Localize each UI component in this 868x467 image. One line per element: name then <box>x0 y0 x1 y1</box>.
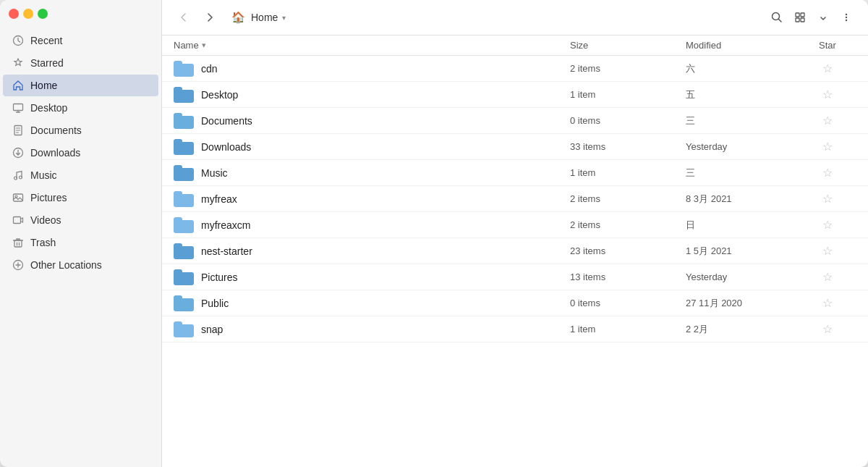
sidebar-item-trash-label: Trash <box>30 237 56 248</box>
file-star-cell: ☆ <box>799 269 856 285</box>
sidebar-item-recent[interactable]: Recent <box>3 30 158 51</box>
table-row[interactable]: Downloads 33 items Yesterday ☆ <box>162 134 868 160</box>
file-name-cell: Music <box>174 165 567 181</box>
header-modified[interactable]: Modified <box>683 40 799 51</box>
folder-icon <box>174 61 194 77</box>
table-row[interactable]: Documents 0 items 三 ☆ <box>162 108 868 134</box>
sidebar-item-videos-label: Videos <box>30 214 61 226</box>
star-button[interactable]: ☆ <box>821 138 834 155</box>
videos-icon <box>12 214 25 227</box>
downloads-icon <box>12 146 25 159</box>
plus-icon <box>12 258 25 272</box>
table-row[interactable]: snap 1 item 2 2月 ☆ <box>162 316 868 342</box>
forward-button[interactable] <box>200 7 220 28</box>
file-star-cell: ☆ <box>799 190 856 207</box>
file-size: 2 items <box>567 63 683 74</box>
star-button[interactable]: ☆ <box>821 60 834 77</box>
file-name-label: Documents <box>201 115 252 127</box>
file-star-cell: ☆ <box>799 295 856 311</box>
file-list: cdn 2 items 六 ☆ Desktop 1 item 五 ☆ Docum… <box>162 56 868 467</box>
svg-point-18 <box>846 20 847 21</box>
table-row[interactable]: myfreaxcm 2 items 日 ☆ <box>162 212 868 238</box>
file-star-cell: ☆ <box>799 138 856 155</box>
star-button[interactable]: ☆ <box>821 164 834 181</box>
star-button[interactable]: ☆ <box>821 112 834 129</box>
file-name-label: Public <box>201 298 229 309</box>
file-name-cell: myfreax <box>174 191 567 207</box>
sidebar-item-other-locations[interactable]: Other Locations <box>3 254 158 276</box>
star-button[interactable]: ☆ <box>821 295 834 311</box>
sidebar-item-starred[interactable]: Starred <box>3 52 158 74</box>
table-row[interactable]: myfreax 2 items 8 3月 2021 ☆ <box>162 186 868 212</box>
star-button[interactable]: ☆ <box>821 269 834 285</box>
file-name-cell: Public <box>174 295 567 311</box>
header-name[interactable]: Name ▾ <box>174 40 567 51</box>
sidebar-item-videos[interactable]: Videos <box>3 209 158 231</box>
close-button[interactable] <box>9 9 19 19</box>
sidebar-item-trash[interactable]: Trash <box>3 232 158 253</box>
file-star-cell: ☆ <box>799 243 856 259</box>
sidebar-item-home-label: Home <box>30 80 57 91</box>
table-row[interactable]: nest-starter 23 items 1 5月 2021 ☆ <box>162 238 868 264</box>
file-modified: 五 <box>683 88 799 101</box>
breadcrumb[interactable]: 🏠 Home ▾ <box>226 8 292 27</box>
clock-icon <box>12 34 25 47</box>
file-name-label: myfreaxcm <box>201 219 250 231</box>
desktop-icon <box>12 101 25 114</box>
table-row[interactable]: Public 0 items 27 11月 2020 ☆ <box>162 290 868 316</box>
file-name-cell: Downloads <box>174 139 567 155</box>
sidebar-item-downloads-label: Downloads <box>30 147 80 159</box>
file-name-label: nest-starter <box>201 245 252 257</box>
folder-icon <box>174 321 194 337</box>
svg-rect-14 <box>796 18 799 22</box>
file-modified: 1 5月 2021 <box>683 245 799 258</box>
file-star-cell: ☆ <box>799 321 856 337</box>
back-button[interactable] <box>174 7 194 28</box>
file-size: 33 items <box>567 141 683 152</box>
header-star[interactable]: Star <box>799 40 856 51</box>
sidebar-item-desktop[interactable]: Desktop <box>3 97 158 119</box>
folder-icon <box>174 165 194 181</box>
file-size: 0 items <box>567 115 683 126</box>
view-grid-button[interactable] <box>790 7 810 28</box>
file-size: 0 items <box>567 298 683 308</box>
star-button[interactable]: ☆ <box>821 86 834 103</box>
music-icon <box>12 169 25 182</box>
menu-button[interactable] <box>836 7 856 28</box>
sidebar-item-downloads[interactable]: Downloads <box>3 142 158 164</box>
search-button[interactable] <box>767 7 787 28</box>
table-row[interactable]: Music 1 item 三 ☆ <box>162 160 868 186</box>
minimize-button[interactable] <box>23 9 33 19</box>
star-button[interactable]: ☆ <box>821 321 834 337</box>
toolbar-right <box>767 7 856 28</box>
sidebar-item-home[interactable]: Home <box>3 75 158 96</box>
star-button[interactable]: ☆ <box>821 190 834 207</box>
table-row[interactable]: Pictures 13 items Yesterday ☆ <box>162 264 868 290</box>
sidebar-item-pictures[interactable]: Pictures <box>3 187 158 209</box>
folder-icon <box>174 87 194 103</box>
star-button[interactable]: ☆ <box>821 243 834 259</box>
breadcrumb-label: Home <box>251 12 278 23</box>
table-row[interactable]: Desktop 1 item 五 ☆ <box>162 82 868 108</box>
header-size[interactable]: Size <box>567 40 683 51</box>
folder-icon <box>174 269 194 285</box>
sidebar-item-documents[interactable]: Documents <box>3 119 158 141</box>
window-controls <box>9 9 48 19</box>
file-name-cell: Pictures <box>174 269 567 285</box>
file-name-cell: Documents <box>174 113 567 129</box>
star-button[interactable]: ☆ <box>821 216 834 233</box>
file-modified: 六 <box>683 62 799 75</box>
svg-rect-15 <box>801 18 804 22</box>
folder-icon <box>174 139 194 155</box>
file-modified: 日 <box>683 219 799 232</box>
table-row[interactable]: cdn 2 items 六 ☆ <box>162 56 868 82</box>
file-size: 23 items <box>567 245 683 256</box>
maximize-button[interactable] <box>38 9 48 19</box>
view-options-button[interactable] <box>813 7 833 28</box>
file-modified: 8 3月 2021 <box>683 193 799 206</box>
folder-icon <box>174 113 194 129</box>
file-name-label: Pictures <box>201 272 238 283</box>
sidebar-item-music[interactable]: Music <box>3 164 158 186</box>
home-icon <box>12 79 25 92</box>
file-size: 2 items <box>567 193 683 204</box>
